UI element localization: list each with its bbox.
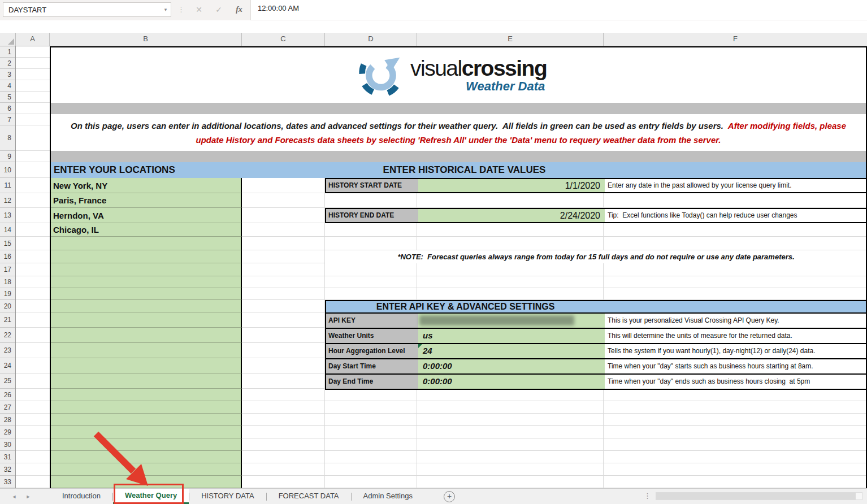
grid-cell[interactable] <box>417 193 604 208</box>
grid-cell[interactable] <box>325 426 417 438</box>
row-header[interactable]: 21 <box>0 312 15 328</box>
grid-cell[interactable] <box>325 389 417 401</box>
api-section-header[interactable]: ENTER API KEY & ADVANCED SETTINGS <box>326 301 605 312</box>
grid-cell[interactable] <box>242 80 325 92</box>
grid-cell[interactable] <box>417 463 604 476</box>
grid-cell[interactable] <box>50 288 242 300</box>
grid-cell[interactable] <box>242 223 325 237</box>
row-header[interactable]: 17 <box>0 263 15 276</box>
row-header[interactable]: 9 <box>0 151 15 162</box>
grid-cell[interactable] <box>50 92 242 103</box>
grid-cell[interactable] <box>242 389 325 401</box>
history-end-date-label[interactable]: HISTORY END DATE <box>326 209 418 222</box>
enter-icon[interactable]: ✓ <box>210 2 227 17</box>
column-header-d[interactable]: D <box>325 33 417 46</box>
grid-cell[interactable] <box>325 438 417 451</box>
locations-section-header[interactable]: ENTER YOUR LOCATIONS <box>54 162 175 178</box>
grid-cell[interactable] <box>417 223 604 237</box>
grid-cell[interactable] <box>242 300 325 312</box>
grid-cell[interactable] <box>325 463 417 476</box>
grid-cell[interactable] <box>604 414 867 426</box>
api-key-value[interactable] <box>418 314 605 328</box>
grid-cell[interactable] <box>417 451 604 463</box>
grid-cell[interactable] <box>417 414 604 426</box>
grid-cell[interactable] <box>604 223 867 237</box>
grid-cell[interactable] <box>417 288 604 300</box>
sheet-tab-weather-query[interactable]: Weather Query <box>113 489 189 504</box>
grid-cell[interactable] <box>50 276 242 288</box>
grid-cell[interactable] <box>16 312 50 328</box>
grid-cell[interactable] <box>604 58 867 69</box>
grid-cell[interactable] <box>604 389 867 401</box>
grid-cell[interactable] <box>604 263 867 276</box>
cancel-icon[interactable]: ✕ <box>190 2 207 17</box>
formula-input[interactable]: 12:00:00 AM <box>250 0 867 20</box>
history-start-date-label[interactable]: HISTORY START DATE <box>326 179 418 192</box>
grid-cell[interactable] <box>50 389 242 401</box>
grid-cell[interactable] <box>50 401 242 414</box>
tab-bar-resize-handle[interactable]: ⋮ <box>644 492 651 500</box>
grid-cell[interactable] <box>242 358 325 373</box>
row-header[interactable]: 8 <box>0 125 15 151</box>
day-end-time-value[interactable]: 0:00:00 <box>418 375 605 389</box>
grid-cell[interactable] <box>16 46 50 58</box>
grid-cell[interactable] <box>50 69 242 80</box>
grid-cell[interactable] <box>604 426 867 438</box>
hour-aggregation-value[interactable]: 24 <box>418 344 605 358</box>
name-box-dropdown-icon[interactable]: ▾ <box>160 2 171 17</box>
grid-cell[interactable] <box>325 237 417 250</box>
grid-cell[interactable] <box>604 463 867 476</box>
row-header[interactable]: 14 <box>0 223 15 237</box>
weather-units-value[interactable]: us <box>418 329 605 343</box>
row-header[interactable]: 10 <box>0 162 15 178</box>
weather-units-label[interactable]: Weather Units <box>326 329 418 343</box>
grid-cell[interactable] <box>50 414 242 426</box>
grid-cell[interactable] <box>604 476 867 488</box>
location-cell[interactable]: Paris, France <box>50 193 242 208</box>
grid-cell[interactable] <box>16 276 50 288</box>
row-header[interactable]: 26 <box>0 389 15 401</box>
historical-dates-section-header[interactable]: ENTER HISTORICAL DATE VALUES <box>325 162 604 178</box>
row-header[interactable]: 6 <box>0 103 15 114</box>
grid-cell[interactable] <box>325 223 417 237</box>
grid-cell[interactable] <box>242 414 325 426</box>
horizontal-scrollbar-thumb[interactable] <box>656 493 856 499</box>
grid-cell[interactable] <box>16 151 50 162</box>
grid-cell[interactable] <box>242 69 325 80</box>
row-header[interactable]: 33 <box>0 476 15 488</box>
grid-cell[interactable] <box>50 426 242 438</box>
grid-cell[interactable] <box>50 250 242 263</box>
grid-cell[interactable] <box>417 401 604 414</box>
grid-cell[interactable] <box>325 414 417 426</box>
tab-scroll-right-icon[interactable]: ► <box>26 494 31 499</box>
grid-cell[interactable] <box>604 438 867 451</box>
day-end-time-label[interactable]: Day End Time <box>326 375 418 389</box>
grid-cell[interactable] <box>604 276 867 288</box>
row-header[interactable]: 1 <box>0 46 15 58</box>
name-box[interactable]: DAYSTART <box>3 2 171 17</box>
grid-cell[interactable] <box>16 373 50 389</box>
day-start-time-value[interactable]: 0:00:00 <box>418 359 605 373</box>
row-header[interactable]: 5 <box>0 92 15 103</box>
row-header[interactable]: 11 <box>0 178 15 193</box>
new-sheet-button[interactable]: + <box>444 491 455 502</box>
grid-cell[interactable] <box>242 463 325 476</box>
grid-cell[interactable] <box>242 178 325 193</box>
grid-cell[interactable] <box>50 312 242 328</box>
grid-cell[interactable] <box>16 250 50 263</box>
grid-cell[interactable] <box>325 451 417 463</box>
grid-cell[interactable] <box>417 438 604 451</box>
grid-cell[interactable] <box>417 476 604 488</box>
grid-cell[interactable] <box>50 451 242 463</box>
grid-cell[interactable] <box>16 103 50 114</box>
column-header-c[interactable]: C <box>242 33 325 46</box>
grid-cell[interactable] <box>16 476 50 488</box>
grid-cell[interactable] <box>242 250 325 263</box>
grid-cell[interactable] <box>604 92 867 103</box>
grid-cell[interactable] <box>50 80 242 92</box>
grid-cell[interactable] <box>242 288 325 300</box>
grid-cell[interactable] <box>325 193 417 208</box>
grid-cell[interactable] <box>50 358 242 373</box>
row-header[interactable]: 7 <box>0 114 15 125</box>
grid-cell[interactable] <box>16 114 50 125</box>
